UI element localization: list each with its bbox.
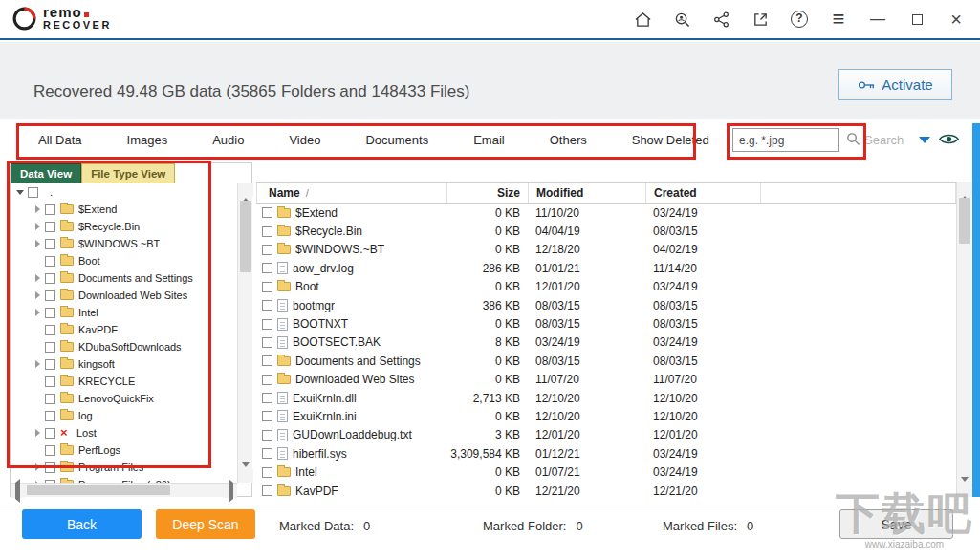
expand-arrow-icon[interactable]	[14, 183, 26, 201]
tree-item[interactable]: KDubaSoftDownloads	[11, 338, 237, 355]
tree-item[interactable]: Boot	[11, 252, 237, 269]
file-row[interactable]: ExuiKrnln.ini 0 KB 12/10/20 12/10/20	[256, 407, 956, 425]
tree-checkbox[interactable]	[45, 376, 55, 387]
tree-checkbox[interactable]	[45, 239, 55, 249]
tree-item[interactable]: PerfLogs	[11, 441, 237, 459]
expand-arrow-icon[interactable]	[32, 373, 43, 390]
row-checkbox[interactable]	[262, 430, 272, 441]
file-row[interactable]: bootmgr 386 KB 08/03/15 08/03/15	[256, 296, 956, 314]
row-checkbox[interactable]	[262, 226, 272, 237]
tree-checkbox[interactable]	[45, 428, 55, 439]
tree-vertical-scrollbar[interactable]	[237, 183, 252, 483]
file-row[interactable]: Intel 0 KB 01/07/21 03/24/19	[256, 462, 956, 481]
file-row[interactable]: ExuiKrnln.dll 2,713 KB 12/10/20 12/10/20	[256, 389, 956, 407]
filter-tab[interactable]: Audio	[212, 119, 244, 160]
tree-item[interactable]: KavPDF	[11, 321, 237, 338]
scroll-down-icon[interactable]	[238, 469, 253, 483]
expand-arrow-icon[interactable]	[32, 476, 43, 483]
tree-checkbox[interactable]	[45, 445, 55, 456]
file-row[interactable]: GUDownLoaddebug.txt 3 KB 12/01/20 12/01/…	[256, 426, 956, 444]
tree-item[interactable]: Intel	[11, 304, 237, 321]
file-row[interactable]: BOOTNXT 0 KB 08/03/15 08/03/15	[256, 314, 956, 333]
tree-item[interactable]: LenovoQuickFix	[11, 390, 237, 407]
expand-arrow-icon[interactable]	[32, 390, 43, 407]
filter-tab[interactable]: Email	[473, 119, 505, 160]
expand-arrow-icon[interactable]	[32, 441, 43, 459]
save-button[interactable]: Save	[839, 509, 953, 539]
row-checkbox[interactable]	[262, 337, 272, 348]
close-button[interactable]: ×	[946, 9, 967, 30]
tree-checkbox[interactable]	[45, 308, 55, 318]
expand-arrow-icon[interactable]	[32, 201, 43, 218]
tree-item[interactable]: Documents and Settings	[11, 269, 237, 287]
maximize-button[interactable]	[906, 9, 927, 30]
minimize-button[interactable]: —	[867, 9, 888, 30]
expand-arrow-icon[interactable]	[32, 459, 43, 476]
tree-hscroll-thumb[interactable]	[27, 485, 170, 495]
table-vertical-scrollbar[interactable]	[956, 182, 971, 497]
expand-arrow-icon[interactable]	[32, 355, 43, 373]
row-checkbox[interactable]	[262, 263, 272, 273]
tree-item[interactable]: .	[11, 183, 237, 201]
filter-tab[interactable]: Others	[550, 119, 587, 160]
expand-arrow-icon[interactable]	[32, 407, 43, 424]
table-scroll-down-icon[interactable]	[957, 484, 972, 497]
row-checkbox[interactable]	[262, 245, 272, 255]
tree-checkbox[interactable]	[45, 204, 55, 215]
tree-checkbox[interactable]	[28, 187, 38, 198]
table-scroll-thumb[interactable]	[959, 198, 970, 244]
preview-eye-icon[interactable]	[939, 132, 959, 150]
tree-checkbox[interactable]	[45, 342, 55, 353]
tree-checkbox[interactable]	[45, 273, 55, 284]
tree-item[interactable]: $Recycle.Bin	[11, 218, 237, 235]
tree-checkbox[interactable]	[45, 290, 55, 301]
table-scroll-up-icon[interactable]	[957, 182, 972, 195]
filter-tab[interactable]: Images	[127, 119, 168, 160]
share-icon[interactable]	[710, 9, 731, 30]
row-checkbox[interactable]	[262, 448, 272, 459]
column-header-size[interactable]: Size	[447, 183, 529, 203]
view-tab[interactable]: File Type View	[81, 163, 175, 183]
expand-arrow-icon[interactable]	[32, 252, 43, 269]
row-checkbox[interactable]	[262, 485, 272, 496]
tree-item[interactable]: Downloaded Web Sites	[11, 287, 237, 304]
file-row[interactable]: BOOTSECT.BAK 8 KB 03/24/19 03/24/19	[256, 333, 956, 352]
tree-checkbox[interactable]	[45, 359, 55, 370]
row-checkbox[interactable]	[262, 207, 272, 218]
file-row[interactable]: Boot 0 KB 12/01/20 03/24/19	[256, 278, 956, 296]
tree-checkbox[interactable]	[45, 462, 55, 473]
column-header-modified[interactable]: Modified	[529, 183, 646, 203]
row-checkbox[interactable]	[262, 467, 272, 478]
expand-arrow-icon[interactable]	[32, 269, 43, 287]
menu-icon[interactable]: ≡	[828, 9, 849, 30]
tree-checkbox[interactable]	[45, 411, 55, 421]
expand-arrow-icon[interactable]	[32, 218, 43, 235]
back-button[interactable]: Back	[22, 509, 142, 539]
row-checkbox[interactable]	[262, 282, 272, 292]
tree-checkbox[interactable]	[45, 325, 55, 335]
row-checkbox[interactable]	[262, 393, 272, 403]
row-checkbox[interactable]	[262, 355, 272, 366]
expand-arrow-icon[interactable]	[32, 338, 43, 355]
file-row[interactable]: $Recycle.Bin 0 KB 04/04/19 08/03/15	[256, 222, 956, 240]
filter-tab[interactable]: Documents	[365, 119, 428, 160]
search-dropdown-caret-icon[interactable]	[919, 137, 930, 143]
tree-checkbox[interactable]	[45, 222, 55, 232]
expand-arrow-icon[interactable]	[32, 321, 43, 338]
tree-checkbox[interactable]	[45, 256, 55, 267]
file-row[interactable]: $Extend 0 KB 11/10/20 03/24/19	[256, 204, 956, 222]
view-tab[interactable]: Data View	[11, 163, 81, 183]
tree-item[interactable]: Lost	[11, 424, 237, 441]
tree-item[interactable]: $WINDOWS.~BT	[11, 235, 237, 252]
tree-item[interactable]: Program Files (x86)	[11, 476, 237, 483]
scroll-right-icon[interactable]	[224, 484, 237, 498]
tree-item[interactable]: Program Files	[11, 459, 237, 476]
tree-item[interactable]: $Extend	[11, 201, 237, 218]
activate-button[interactable]: Activate	[838, 69, 952, 100]
search-icon[interactable]	[846, 132, 860, 150]
tree-item[interactable]: KRECYCLE	[11, 373, 237, 390]
tree-horizontal-scrollbar[interactable]	[11, 483, 237, 497]
filter-tab[interactable]: All Data	[38, 119, 82, 160]
tree-item[interactable]: kingsoft	[11, 355, 237, 373]
search-input[interactable]	[732, 128, 839, 152]
